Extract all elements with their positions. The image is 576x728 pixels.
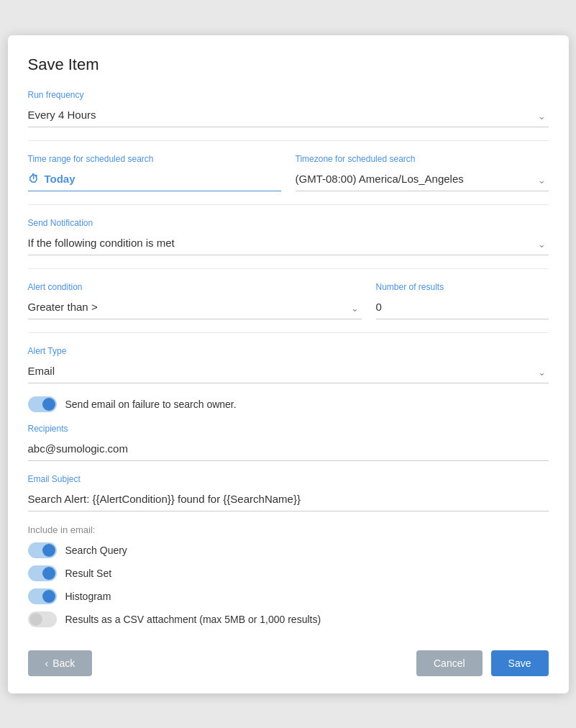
divider-1 bbox=[28, 140, 549, 141]
modal-title: Save Item bbox=[28, 55, 549, 74]
result-set-label: Result Set bbox=[65, 568, 112, 579]
send-notification-section: Send Notification If the following condi… bbox=[28, 218, 549, 255]
send-notification-select[interactable]: If the following condition is met bbox=[28, 232, 549, 255]
run-frequency-section: Run frequency Every 4 Hours ⌄ bbox=[28, 90, 549, 127]
email-subject-label: Email Subject bbox=[28, 474, 549, 484]
time-range-label: Time range for scheduled search bbox=[28, 154, 281, 164]
timezone-select[interactable]: (GMT-08:00) America/Los_Angeles bbox=[296, 168, 549, 191]
clock-icon: ⏱ bbox=[28, 173, 39, 185]
csv-toggle[interactable] bbox=[28, 611, 57, 627]
run-frequency-label: Run frequency bbox=[28, 90, 549, 100]
alert-type-label: Alert Type bbox=[28, 346, 549, 356]
alert-type-section: Alert Type Email ⌄ bbox=[28, 346, 549, 383]
time-range-value[interactable]: ⏱ Today bbox=[28, 168, 281, 191]
result-set-toggle-knob bbox=[42, 567, 55, 580]
back-chevron-icon: ‹ bbox=[45, 658, 49, 669]
timezone-label: Timezone for scheduled search bbox=[296, 154, 549, 164]
alert-condition-row: Alert condition Greater than > ⌄ Number … bbox=[28, 282, 549, 319]
send-email-toggle-knob bbox=[42, 398, 55, 411]
run-frequency-select[interactable]: Every 4 Hours bbox=[28, 104, 549, 127]
divider-3 bbox=[28, 268, 549, 269]
cancel-button[interactable]: Cancel bbox=[416, 650, 483, 676]
recipients-section: Recipients bbox=[28, 424, 549, 461]
time-timezone-row: Time range for scheduled search ⏱ Today … bbox=[28, 154, 549, 191]
alert-condition-label: Alert condition bbox=[28, 282, 362, 292]
histogram-toggle-knob bbox=[42, 590, 55, 603]
csv-toggle-knob bbox=[29, 613, 42, 626]
back-button[interactable]: ‹ Back bbox=[28, 650, 93, 676]
histogram-label: Histogram bbox=[65, 591, 111, 602]
alert-condition-section: Alert condition Greater than > ⌄ bbox=[28, 282, 362, 319]
time-range-section: Time range for scheduled search ⏱ Today bbox=[28, 154, 281, 191]
alert-condition-select[interactable]: Greater than > bbox=[28, 296, 362, 319]
modal-footer: ‹ Back Cancel Save bbox=[28, 645, 549, 676]
send-email-toggle-row: Send email on failure to search owner. bbox=[28, 396, 549, 412]
search-query-toggle-knob bbox=[42, 544, 55, 557]
divider-2 bbox=[28, 204, 549, 205]
include-in-email-section: Include in email: Search Query Result Se… bbox=[28, 524, 549, 627]
divider-4 bbox=[28, 332, 549, 333]
footer-right-buttons: Cancel Save bbox=[416, 650, 549, 676]
timezone-section: Timezone for scheduled search (GMT-08:00… bbox=[296, 154, 549, 191]
recipients-label: Recipients bbox=[28, 424, 549, 434]
search-query-label: Search Query bbox=[65, 545, 127, 556]
recipients-input[interactable] bbox=[28, 438, 549, 461]
include-in-email-label: Include in email: bbox=[28, 524, 549, 535]
email-subject-section: Email Subject bbox=[28, 474, 549, 511]
alert-type-wrapper: Email ⌄ bbox=[28, 360, 549, 383]
histogram-toggle[interactable] bbox=[28, 588, 57, 604]
result-set-toggle[interactable] bbox=[28, 565, 57, 581]
send-email-toggle[interactable] bbox=[28, 396, 57, 412]
result-set-toggle-row: Result Set bbox=[28, 565, 549, 581]
email-subject-input[interactable] bbox=[28, 488, 549, 511]
time-range-text: Today bbox=[45, 173, 76, 185]
search-query-toggle[interactable] bbox=[28, 542, 57, 558]
send-notification-wrapper: If the following condition is met ⌄ bbox=[28, 232, 549, 255]
number-of-results-label: Number of results bbox=[376, 282, 549, 292]
run-frequency-wrapper: Every 4 Hours ⌄ bbox=[28, 104, 549, 127]
timezone-wrapper: (GMT-08:00) America/Los_Angeles ⌄ bbox=[296, 168, 549, 191]
csv-label: Results as a CSV attachment (max 5MB or … bbox=[65, 614, 321, 625]
save-item-modal: Save Item Run frequency Every 4 Hours ⌄ … bbox=[8, 35, 569, 693]
send-email-toggle-label: Send email on failure to search owner. bbox=[65, 399, 237, 410]
save-button[interactable]: Save bbox=[491, 650, 549, 676]
send-notification-label: Send Notification bbox=[28, 218, 549, 228]
alert-type-select[interactable]: Email bbox=[28, 360, 549, 383]
histogram-toggle-row: Histogram bbox=[28, 588, 549, 604]
alert-condition-wrapper: Greater than > ⌄ bbox=[28, 296, 362, 319]
search-query-toggle-row: Search Query bbox=[28, 542, 549, 558]
csv-toggle-row: Results as a CSV attachment (max 5MB or … bbox=[28, 611, 549, 627]
number-of-results-section: Number of results bbox=[376, 282, 549, 319]
number-of-results-input[interactable] bbox=[376, 296, 549, 319]
